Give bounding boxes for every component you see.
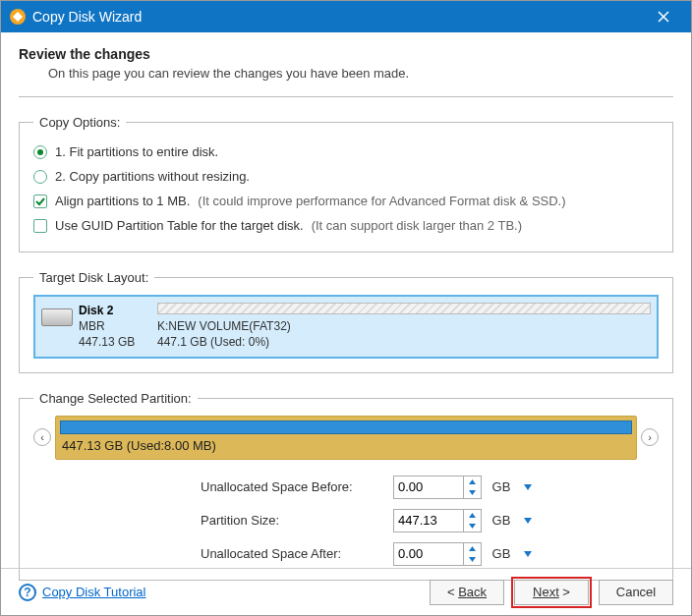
disk-name: Disk 2 [79, 303, 135, 318]
option-copy-label: 2. Copy partitions without resizing. [55, 169, 250, 184]
copy-options-legend: Copy Options: [33, 115, 126, 130]
option-align-hint: (It could improve performance for Advanc… [198, 194, 565, 208]
unit-label: GB [488, 479, 515, 494]
disk-icon [41, 308, 73, 326]
next-button[interactable]: Next > [514, 580, 589, 605]
unallocated-before-spinner[interactable] [393, 476, 482, 499]
spin-up-icon[interactable] [464, 476, 481, 487]
unallocated-after-label: Unallocated Space After: [201, 546, 387, 561]
partition-bar[interactable] [157, 303, 651, 314]
slider-left-button[interactable]: ‹ [33, 428, 51, 446]
option-copy-without-resizing[interactable]: 2. Copy partitions without resizing. [33, 164, 659, 189]
selected-partition-slider: ‹ 447.13 GB (Used:8.00 MB) › [33, 416, 659, 460]
spin-down-icon[interactable] [464, 554, 481, 565]
close-button[interactable] [644, 1, 683, 32]
partition-column: K:NEW VOLUME(FAT32) 447.1 GB (Used: 0%) [157, 303, 651, 351]
spin-down-icon[interactable] [464, 487, 481, 498]
option-fit-entire-disk[interactable]: 1. Fit partitions to entire disk. [33, 140, 659, 164]
change-selected-partition-group: Change Selected Partition: ‹ 447.13 GB (… [19, 391, 673, 581]
unallocated-before-row: Unallocated Space Before: GB [201, 476, 535, 499]
target-layout-legend: Target Disk Layout: [33, 270, 154, 285]
radio-selected-icon [33, 145, 47, 159]
unit-dropdown[interactable] [521, 547, 535, 561]
option-align-1mb[interactable]: Align partitions to 1 MB. (It could impr… [33, 189, 659, 213]
disk-scheme: MBR [79, 318, 135, 334]
unallocated-before-label: Unallocated Space Before: [201, 479, 387, 494]
target-disk-row[interactable]: Disk 2 MBR 447.13 GB K:NEW VOLUME(FAT32)… [33, 295, 659, 359]
partition-size-label: Partition Size: [201, 513, 387, 528]
spin-up-icon[interactable] [464, 510, 481, 521]
checkbox-icon [33, 219, 47, 233]
slider-right-button[interactable]: › [641, 428, 659, 446]
tutorial-link[interactable]: Copy Disk Tutorial [42, 585, 145, 599]
disk-info: Disk 2 MBR 447.13 GB [41, 303, 149, 351]
partition-usage: 447.1 GB (Used: 0%) [157, 334, 651, 350]
tutorial-link-wrap: ? Copy Disk Tutorial [19, 584, 145, 601]
wizard-header: Review the changes On this page you can … [1, 32, 691, 88]
header-divider [19, 96, 673, 97]
checkbox-checked-icon [33, 195, 47, 208]
selected-partition-label: 447.13 GB (Used:8.00 MB) [56, 436, 636, 459]
unallocated-after-row: Unallocated Space After: GB [201, 542, 535, 566]
option-gpt-hint: (It can support disk larger than 2 TB.) [312, 218, 522, 233]
unit-label: GB [488, 546, 515, 561]
back-button[interactable]: < Back [430, 580, 504, 605]
copy-options-group: Copy Options: 1. Fit partitions to entir… [19, 115, 673, 252]
unallocated-after-spinner[interactable] [393, 542, 482, 566]
unallocated-before-input[interactable] [394, 476, 463, 498]
help-icon: ? [19, 584, 36, 601]
header-title: Review the changes [19, 46, 673, 62]
disk-size: 447.13 GB [79, 334, 135, 350]
header-desc: On this page you can review the changes … [19, 62, 673, 81]
window-title: Copy Disk Wizard [32, 9, 142, 25]
app-icon [9, 8, 27, 26]
spin-up-icon[interactable] [464, 543, 481, 554]
radio-icon [33, 170, 47, 184]
wizard-footer: ? Copy Disk Tutorial < Back Next > Cance… [1, 568, 691, 615]
partition-size-input[interactable] [394, 510, 463, 532]
unit-dropdown[interactable] [521, 514, 535, 528]
partition-size-row: Partition Size: GB [201, 509, 535, 532]
cancel-button[interactable]: Cancel [599, 580, 673, 605]
option-gpt-label: Use GUID Partition Table for the target … [55, 218, 304, 233]
unit-dropdown[interactable] [521, 480, 535, 494]
change-partition-legend: Change Selected Partition: [33, 391, 198, 406]
partition-label: K:NEW VOLUME(FAT32) [157, 318, 651, 334]
spin-down-icon[interactable] [464, 521, 481, 532]
unit-label: GB [488, 513, 515, 528]
title-bar: Copy Disk Wizard [1, 1, 691, 32]
option-align-label: Align partitions to 1 MB. [55, 194, 190, 208]
option-fit-label: 1. Fit partitions to entire disk. [55, 144, 218, 159]
partition-fill-bar [60, 420, 632, 434]
partition-size-spinner[interactable] [393, 509, 482, 532]
unallocated-after-input[interactable] [394, 543, 463, 565]
target-disk-layout-group: Target Disk Layout: Disk 2 MBR 447.13 GB… [19, 270, 673, 373]
option-use-gpt[interactable]: Use GUID Partition Table for the target … [33, 213, 659, 238]
selected-partition[interactable]: 447.13 GB (Used:8.00 MB) [55, 416, 637, 460]
